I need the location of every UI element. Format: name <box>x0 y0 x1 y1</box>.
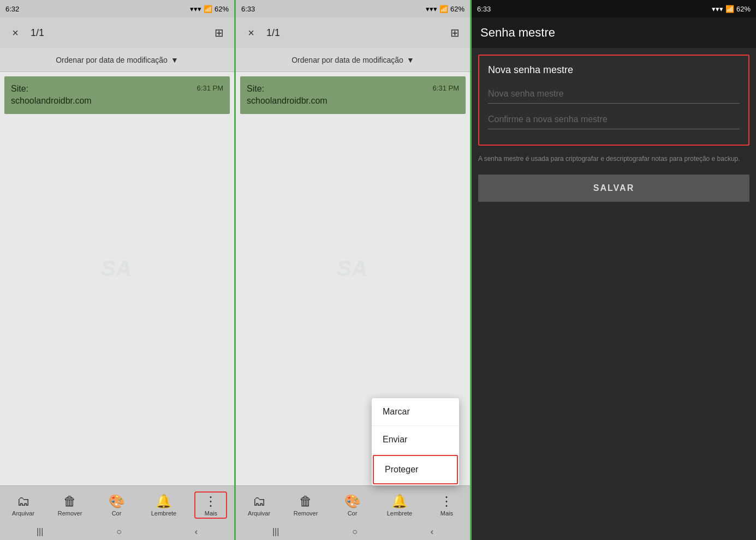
mid-more-icon: ⋮ <box>440 494 453 509</box>
mid-top-bar: × 1/1 ⊞ <box>236 17 470 48</box>
left-color-button[interactable]: 🎨 Cor <box>100 491 133 519</box>
mid-color-label: Cor <box>348 510 358 517</box>
mid-signal-bars: 📶 <box>439 5 448 13</box>
form-section-title: Nova senha mestre <box>488 64 740 76</box>
left-close-button[interactable]: × <box>7 24 24 41</box>
left-nav-home[interactable]: ○ <box>116 527 122 537</box>
reminder-label: Lembrete <box>151 510 176 517</box>
svg-text:SA: SA <box>101 256 132 280</box>
popup-mark-label: Marcar <box>383 407 410 416</box>
mid-note-text: Site: schoolandroidbr.com <box>247 83 328 107</box>
left-note-site-label: Site: <box>11 84 28 93</box>
mid-note-time: 6:31 PM <box>433 84 459 92</box>
left-remove-button[interactable]: 🗑 Remover <box>53 491 87 519</box>
remove-label: Remover <box>58 510 82 517</box>
mid-close-button[interactable]: × <box>242 24 260 41</box>
color-icon: 🎨 <box>109 494 125 509</box>
mid-grid-icon[interactable]: ⊞ <box>446 24 463 41</box>
popup-send[interactable]: Enviar <box>372 426 459 454</box>
mid-remove-button[interactable]: 🗑 Remover <box>289 491 323 519</box>
popup-mark[interactable]: Marcar <box>372 398 459 426</box>
popup-menu: Marcar Enviar Proteger <box>372 398 459 485</box>
save-button[interactable]: SALVAR <box>478 175 749 202</box>
mid-nav-bar: ||| ○ ‹ <box>236 524 470 540</box>
mid-battery: 62% <box>450 5 465 13</box>
left-bottom-bar: 🗂 Arquivar 🗑 Remover 🎨 Cor 🔔 Lembrete ⋮ … <box>0 485 234 524</box>
mid-note-site-label: Site: <box>247 84 264 93</box>
right-title: Senha mestre <box>480 26 555 40</box>
left-note-text: Site: schoolandroidbr.com <box>11 83 92 107</box>
right-status-bar: 6:33 ▾▾▾ 📶 62% <box>472 0 756 17</box>
right-top-bar: Senha mestre <box>472 17 756 48</box>
mid-color-button[interactable]: 🎨 Cor <box>336 491 369 519</box>
mid-color-icon: 🎨 <box>344 494 361 509</box>
left-sort-bar[interactable]: Ordenar por data de modificação ▼ <box>0 48 234 72</box>
left-top-bar: × 1/1 ⊞ <box>0 17 234 48</box>
master-password-form: Nova senha mestre <box>478 55 749 146</box>
mid-reminder-label: Lembrete <box>387 510 412 517</box>
right-signal-bars: 📶 <box>725 5 734 13</box>
left-nav-bar: ||| ○ ‹ <box>0 524 234 540</box>
popup-send-label: Enviar <box>383 435 407 444</box>
left-reminder-button[interactable]: 🔔 Lembrete <box>147 491 181 519</box>
mid-archive-icon: 🗂 <box>253 494 266 509</box>
right-panel: 6:33 ▾▾▾ 📶 62% Senha mestre Nova senha m… <box>472 0 756 540</box>
mid-page-indicator: 1/1 <box>266 27 439 39</box>
popup-protect-label: Proteger <box>385 465 418 474</box>
left-note-time: 6:31 PM <box>197 84 223 92</box>
mid-remove-icon: 🗑 <box>299 494 312 509</box>
left-status-bar: 6:32 ▾▾▾ 📶 62% <box>0 0 234 17</box>
mid-reminder-button[interactable]: 🔔 Lembrete <box>383 491 416 519</box>
mid-archive-label: Arquivar <box>248 510 270 517</box>
left-more-button[interactable]: ⋮ Mais <box>194 491 227 519</box>
color-label: Cor <box>112 510 122 517</box>
left-battery: 62% <box>215 5 229 13</box>
new-password-input[interactable] <box>488 85 740 104</box>
mid-sort-label: Ordenar por data de modificação <box>291 56 403 64</box>
mid-archive-button[interactable]: 🗂 Arquivar <box>243 491 276 519</box>
confirm-password-input[interactable] <box>488 110 740 129</box>
mid-nav-back[interactable]: ‹ <box>431 527 433 537</box>
mid-nav-home[interactable]: ○ <box>352 527 358 537</box>
archive-label: Arquivar <box>12 510 34 517</box>
mid-time: 6:33 <box>241 5 255 13</box>
left-sort-label: Ordenar por data de modificação <box>56 56 168 64</box>
mid-wifi-icon: ▾▾▾ <box>426 5 437 13</box>
mid-sort-arrow: ▼ <box>407 56 414 64</box>
left-panel: 6:32 ▾▾▾ 📶 62% × 1/1 ⊞ Ordenar por data … <box>0 0 236 540</box>
left-time: 6:32 <box>5 5 19 13</box>
mid-bell-icon: 🔔 <box>391 494 408 509</box>
left-note-item[interactable]: Site: schoolandroidbr.com 6:31 PM <box>4 76 230 114</box>
mid-sort-bar[interactable]: Ordenar por data de modificação ▼ <box>236 48 470 72</box>
left-status-right: ▾▾▾ 📶 62% <box>190 5 229 13</box>
form-helper-text: A senha mestre é usada para criptografar… <box>478 152 749 166</box>
mid-more-button[interactable]: ⋮ Mais <box>430 491 463 519</box>
mid-note-url: schoolandroidbr.com <box>247 96 328 105</box>
archive-icon: 🗂 <box>17 494 30 509</box>
right-wifi-icon: ▾▾▾ <box>712 5 723 13</box>
mid-nav-recent[interactable]: ||| <box>272 527 279 537</box>
right-status-right: ▾▾▾ 📶 62% <box>712 5 751 13</box>
right-battery: 62% <box>736 5 751 13</box>
mid-bottom-bar: 🗂 Arquivar 🗑 Remover 🎨 Cor 🔔 Lembrete ⋮ … <box>236 485 470 524</box>
left-note-url: schoolandroidbr.com <box>11 96 92 105</box>
left-nav-back[interactable]: ‹ <box>195 527 198 537</box>
left-archive-button[interactable]: 🗂 Arquivar <box>7 491 40 519</box>
right-time: 6:33 <box>477 5 491 13</box>
mid-remove-label: Remover <box>294 510 318 517</box>
remove-icon: 🗑 <box>63 494 76 509</box>
left-grid-icon[interactable]: ⊞ <box>210 24 228 41</box>
mid-status-bar: 6:33 ▾▾▾ 📶 62% <box>236 0 470 17</box>
popup-protect[interactable]: Proteger <box>373 455 458 484</box>
signal-bars: 📶 <box>204 5 212 13</box>
mid-more-label: Mais <box>440 510 453 517</box>
mid-note-item[interactable]: Site: schoolandroidbr.com 6:31 PM <box>240 76 466 114</box>
left-nav-recent[interactable]: ||| <box>37 527 43 537</box>
mid-status-right: ▾▾▾ 📶 62% <box>426 5 465 13</box>
more-label: Mais <box>205 510 217 517</box>
left-sort-arrow: ▼ <box>171 56 178 64</box>
wifi-icon: ▾▾▾ <box>190 5 201 13</box>
left-watermark: SA <box>96 251 139 289</box>
svg-text:SA: SA <box>337 256 367 280</box>
more-icon: ⋮ <box>204 494 217 509</box>
